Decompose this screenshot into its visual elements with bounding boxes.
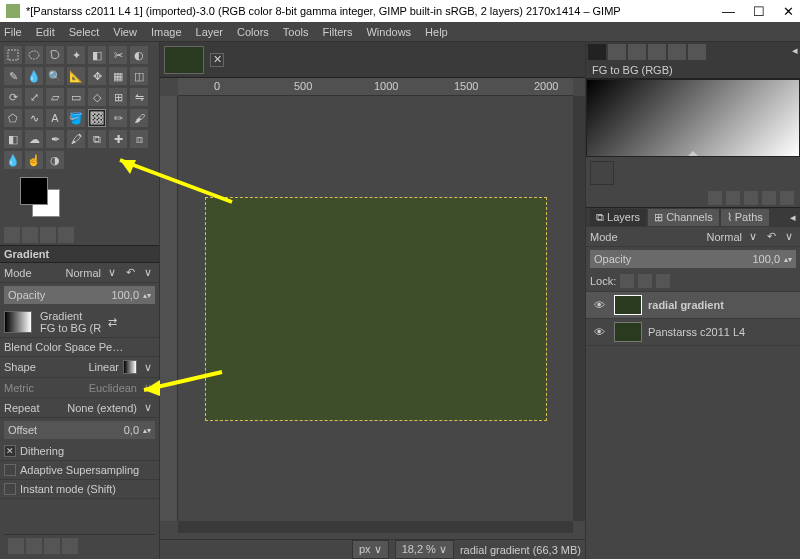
image-canvas[interactable] xyxy=(206,198,546,420)
tab-channels[interactable]: ⊞ Channels xyxy=(648,209,719,226)
layer-row[interactable]: 👁 Panstarss c2011 L4 xyxy=(586,319,800,346)
tool-paintbrush[interactable]: 🖌 xyxy=(130,109,148,127)
tool-heal[interactable]: ✚ xyxy=(109,130,127,148)
menu-layer[interactable]: Layer xyxy=(196,26,224,38)
instant-check[interactable]: Instant mode (Shift) xyxy=(0,480,159,499)
tool-color-picker[interactable]: 💧 xyxy=(25,67,43,85)
options-button[interactable] xyxy=(44,538,60,554)
mini-button[interactable] xyxy=(58,227,74,243)
chevron-down-icon[interactable]: ∨ xyxy=(782,230,796,243)
tool-smudge[interactable]: ☝ xyxy=(25,151,43,169)
mini-button[interactable] xyxy=(40,227,56,243)
tool-flip[interactable]: ⇋ xyxy=(130,88,148,106)
gradient-select-row[interactable]: Gradient FG to BG (R ⇄ xyxy=(0,307,159,338)
image-tab-thumbnail[interactable] xyxy=(164,46,204,74)
tool-handle-transform[interactable]: ⊞ xyxy=(109,88,127,106)
tool-gradient[interactable] xyxy=(88,109,106,127)
tool-scale[interactable]: ⤢ xyxy=(25,88,43,106)
tool-mypaint[interactable]: 🖍 xyxy=(67,130,85,148)
tool-pencil[interactable]: ✏ xyxy=(109,109,127,127)
menu-edit[interactable]: Edit xyxy=(36,26,55,38)
shape-value[interactable]: Linear xyxy=(88,361,119,373)
tab-patterns[interactable] xyxy=(688,44,706,60)
tab-histogram[interactable] xyxy=(668,44,686,60)
tool-color-select[interactable]: ◧ xyxy=(88,46,106,64)
repeat-value[interactable]: None (extend) xyxy=(67,402,137,414)
eye-icon[interactable]: 👁 xyxy=(590,298,608,312)
tool-perspective-clone[interactable]: ⧈ xyxy=(130,130,148,148)
tool-fuzzy-select[interactable]: ✦ xyxy=(67,46,85,64)
chevron-down-icon[interactable]: ∨ xyxy=(141,361,155,374)
close-button[interactable]: ✕ xyxy=(783,4,794,19)
tool-blur[interactable]: 💧 xyxy=(4,151,22,169)
foreground-color[interactable] xyxy=(20,177,48,205)
adaptive-check[interactable]: Adaptive Supersampling xyxy=(0,461,159,480)
tool-clone[interactable]: ⧉ xyxy=(88,130,106,148)
chevron-down-icon[interactable]: ∨ xyxy=(105,266,119,279)
tool-ellipse-select[interactable] xyxy=(25,46,43,64)
tool-dodge[interactable]: ◑ xyxy=(46,151,64,169)
tool-zoom[interactable]: 🔍 xyxy=(46,67,64,85)
tool-free-select[interactable] xyxy=(46,46,64,64)
tool-text[interactable]: A xyxy=(46,109,64,127)
layer-name[interactable]: Panstarss c2011 L4 xyxy=(648,326,745,338)
menu-file[interactable]: File xyxy=(4,26,22,38)
offset-slider[interactable]: Offset 0,0 ▴▾ xyxy=(4,421,155,439)
tool-crop[interactable]: ◫ xyxy=(130,67,148,85)
tab-gradients[interactable] xyxy=(588,44,606,60)
maximize-button[interactable]: ☐ xyxy=(753,4,765,19)
tool-move[interactable]: ✥ xyxy=(88,67,106,85)
options-button[interactable] xyxy=(62,538,78,554)
tab-menu-icon[interactable]: ◂ xyxy=(792,44,798,60)
mode-value[interactable]: Normal xyxy=(66,267,101,279)
lock-pixels-icon[interactable] xyxy=(620,274,634,288)
menu-colors[interactable]: Colors xyxy=(237,26,269,38)
tool-align[interactable]: ▦ xyxy=(109,67,127,85)
tool-scissors[interactable]: ✂ xyxy=(109,46,127,64)
tab-layers[interactable]: ⧉ Layers xyxy=(590,209,646,226)
tab-brushes[interactable] xyxy=(608,44,626,60)
tool-perspective[interactable]: ▭ xyxy=(67,88,85,106)
dithering-check[interactable]: ✕ Dithering xyxy=(0,442,159,461)
tool-measure[interactable]: 📐 xyxy=(67,67,85,85)
tool-cage[interactable]: ⬠ xyxy=(4,109,22,127)
menu-select[interactable]: Select xyxy=(69,26,100,38)
blend-space-row[interactable]: Blend Color Space Pe… xyxy=(0,338,159,357)
tab-paths[interactable]: ⌇ Paths xyxy=(721,209,769,226)
layer-row[interactable]: 👁 radial gradient xyxy=(586,292,800,319)
menu-filters[interactable]: Filters xyxy=(323,26,353,38)
tool-eraser[interactable]: ◧ xyxy=(4,130,22,148)
editor-button[interactable] xyxy=(708,191,722,205)
eye-icon[interactable]: 👁 xyxy=(590,325,608,339)
layer-name[interactable]: radial gradient xyxy=(648,299,724,311)
reset-icon[interactable]: ↶ xyxy=(764,230,778,243)
menu-view[interactable]: View xyxy=(113,26,137,38)
tool-rotate[interactable]: ⟳ xyxy=(4,88,22,106)
tool-airbrush[interactable]: ☁ xyxy=(25,130,43,148)
tool-paths[interactable]: ✎ xyxy=(4,67,22,85)
chevron-down-icon[interactable]: ∨ xyxy=(746,230,760,243)
gradient-editor-preview[interactable] xyxy=(586,79,800,157)
reset-icon[interactable]: ↶ xyxy=(123,266,137,279)
spinner-icon[interactable]: ▴▾ xyxy=(143,291,151,300)
ruler-vertical[interactable] xyxy=(160,96,178,521)
editor-button[interactable] xyxy=(744,191,758,205)
editor-button[interactable] xyxy=(762,191,776,205)
spinner-icon[interactable]: ▴▾ xyxy=(784,255,792,264)
mini-button[interactable] xyxy=(22,227,38,243)
layer-opacity-slider[interactable]: Opacity 100,0 ▴▾ xyxy=(590,250,796,268)
close-tab-icon[interactable]: ✕ xyxy=(210,53,224,67)
tool-ink[interactable]: ✒ xyxy=(46,130,64,148)
unit-select[interactable]: px ∨ xyxy=(352,540,389,559)
tool-foreground-select[interactable]: ◐ xyxy=(130,46,148,64)
flip-icon[interactable]: ⇄ xyxy=(105,316,119,329)
lock-alpha-icon[interactable] xyxy=(656,274,670,288)
menu-windows[interactable]: Windows xyxy=(366,26,411,38)
lock-position-icon[interactable] xyxy=(638,274,652,288)
mini-button[interactable] xyxy=(4,227,20,243)
tool-shear[interactable]: ▱ xyxy=(46,88,64,106)
options-button[interactable] xyxy=(8,538,24,554)
chevron-down-icon[interactable]: ∨ xyxy=(141,266,155,279)
scrollbar-vertical[interactable] xyxy=(573,96,585,521)
tab-fonts[interactable] xyxy=(628,44,646,60)
